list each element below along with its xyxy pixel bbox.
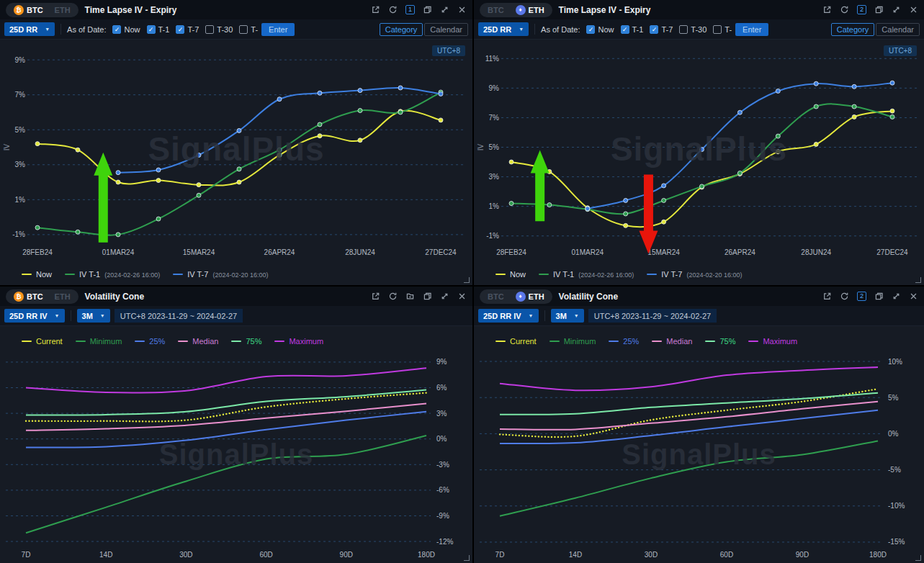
checkbox-now[interactable]: ✓Now (112, 25, 140, 34)
data-point[interactable] (890, 109, 894, 113)
legend-item-now[interactable]: Now (22, 270, 52, 279)
legend-item-75-[interactable]: 75% (705, 337, 735, 346)
data-point[interactable] (852, 84, 856, 89)
category-button[interactable]: Category (831, 23, 875, 36)
data-point[interactable] (277, 153, 282, 157)
dropdown-3m[interactable]: 3M▼ (551, 309, 584, 323)
data-point[interactable] (116, 171, 120, 175)
data-point[interactable] (814, 104, 818, 109)
refresh-icon[interactable] (388, 292, 398, 301)
data-point[interactable] (318, 134, 322, 138)
data-point[interactable] (358, 138, 362, 143)
chart-canvas[interactable]: 11%9%7%5%3%1%-1%28FEB2401MAR2415MAR2426A… (474, 40, 924, 264)
data-point[interactable] (776, 89, 780, 93)
data-point[interactable] (318, 122, 322, 127)
data-point[interactable] (509, 202, 513, 206)
chart-area[interactable]: 9%7%5%3%1%-1%28FEB2401MAR2415MAR2426APR2… (0, 40, 472, 264)
legend-item-maximum[interactable]: Maximum (274, 337, 323, 346)
dropdown-25d-rr-iv[interactable]: 25D RR IV▼ (4, 309, 65, 323)
folder-icon[interactable] (405, 292, 415, 301)
data-point[interactable] (358, 89, 362, 93)
checkbox-t-30[interactable]: T-30 (205, 25, 233, 34)
legend-item-median[interactable]: Median (178, 337, 218, 346)
data-point[interactable] (814, 81, 818, 86)
tab-eth[interactable]: ETH (50, 292, 76, 302)
resize-handle[interactable] (464, 277, 470, 283)
resize-handle[interactable] (915, 555, 921, 561)
expand-icon[interactable] (440, 5, 449, 14)
chart-canvas[interactable]: 9%7%5%3%1%-1%28FEB2401MAR2415MAR2426APR2… (0, 40, 472, 264)
data-point[interactable] (76, 230, 80, 234)
chart-area[interactable]: 9%6%3%0%-3%-6%-9%-12%7D14D30D60D90D180DS… (0, 351, 472, 563)
data-point[interactable] (197, 153, 201, 157)
legend-item-median[interactable]: Median (652, 337, 692, 346)
legend-item-minimum[interactable]: Minimum (550, 337, 596, 346)
data-point[interactable] (156, 217, 161, 221)
chart-canvas[interactable]: 10%5%0%-5%-10%-15%7D14D30D60D90D180D (474, 351, 924, 563)
data-point[interactable] (237, 128, 241, 132)
calendar-button[interactable]: Calendar (876, 23, 920, 36)
resize-handle[interactable] (464, 555, 470, 561)
legend-item-current[interactable]: Current (495, 337, 537, 346)
tab-eth[interactable]: ♦ETH (511, 291, 550, 302)
data-point[interactable] (700, 148, 704, 152)
close-icon[interactable] (457, 5, 467, 14)
legend-item-minimum[interactable]: Minimum (76, 337, 122, 346)
checkbox-t-30[interactable]: T-30 (679, 25, 707, 34)
external-link-icon[interactable] (822, 292, 832, 301)
data-point[interactable] (398, 86, 403, 90)
legend-item-iv-t-1[interactable]: IV T-1(2024-02-26 16:00) (65, 270, 160, 279)
data-point[interactable] (277, 97, 282, 102)
data-point[interactable] (624, 198, 628, 202)
data-point[interactable] (737, 110, 742, 114)
legend-item-iv-t-7[interactable]: IV T-7(2024-02-20 16:00) (647, 270, 742, 279)
data-point[interactable] (439, 91, 443, 96)
data-point[interactable] (398, 110, 403, 114)
data-point[interactable] (509, 160, 513, 164)
dropdown-25d-rr-iv[interactable]: 25D RR IV▼ (478, 309, 539, 323)
expand-icon[interactable] (440, 292, 449, 301)
data-point[interactable] (197, 183, 201, 187)
calendar-button[interactable]: Calendar (424, 23, 468, 36)
tab-btc[interactable]: BTC (483, 292, 509, 302)
custom-date-input[interactable]: Enter (735, 23, 768, 36)
data-point[interactable] (116, 180, 120, 184)
data-point[interactable] (237, 180, 241, 184)
data-point[interactable] (116, 233, 120, 237)
checkbox-t-7[interactable]: ✓T-7 (176, 25, 199, 34)
data-point[interactable] (737, 171, 742, 175)
data-point[interactable] (439, 118, 443, 122)
data-point[interactable] (700, 184, 704, 189)
legend-item-25-[interactable]: 25% (609, 337, 639, 346)
data-point[interactable] (890, 81, 894, 85)
data-point[interactable] (586, 207, 590, 211)
window-number-badge[interactable]: 1 (405, 5, 415, 14)
data-point[interactable] (156, 168, 161, 172)
data-point[interactable] (624, 223, 628, 228)
duplicate-icon[interactable] (874, 5, 884, 14)
data-point[interactable] (624, 212, 628, 216)
checkbox-t-1[interactable]: ✓T-1 (147, 25, 170, 34)
data-point[interactable] (776, 134, 780, 138)
data-point[interactable] (662, 198, 666, 202)
data-point[interactable] (890, 114, 894, 119)
tab-btc[interactable]: ₿BTC (9, 291, 48, 302)
refresh-icon[interactable] (388, 5, 398, 14)
tab-btc[interactable]: BTC (483, 5, 509, 15)
legend-item-iv-t-7[interactable]: IV T-7(2024-02-20 16:00) (173, 270, 268, 279)
data-point[interactable] (76, 148, 80, 152)
checkbox-t-7[interactable]: ✓T-7 (650, 25, 673, 34)
data-point[interactable] (776, 150, 780, 154)
expand-icon[interactable] (892, 5, 901, 14)
checkbox-t-1[interactable]: ✓T-1 (621, 25, 644, 34)
data-point[interactable] (35, 142, 40, 146)
duplicate-icon[interactable] (423, 5, 432, 14)
external-link-icon[interactable] (822, 5, 832, 14)
close-icon[interactable] (457, 292, 467, 301)
legend-item-75-[interactable]: 75% (231, 337, 261, 346)
dropdown-25d-rr[interactable]: 25D RR▼ (4, 22, 55, 36)
chart-canvas[interactable]: 9%6%3%0%-3%-6%-9%-12%7D14D30D60D90D180D (0, 351, 472, 563)
legend-item-25-[interactable]: 25% (135, 337, 165, 346)
data-point[interactable] (547, 203, 552, 207)
expand-icon[interactable] (892, 292, 901, 301)
